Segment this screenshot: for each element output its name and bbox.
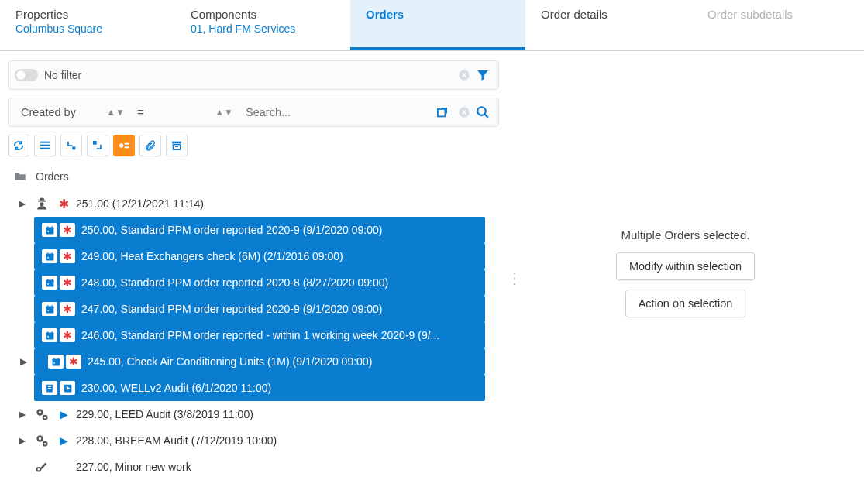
- svg-rect-25: [47, 252, 48, 255]
- order-row[interactable]: ▶✱251.00 (12/21/2021 11:14): [8, 190, 485, 217]
- asterisk-icon: ✱: [60, 249, 75, 263]
- order-row[interactable]: ▶✱245.00, Check Air Conditioning Units (…: [34, 348, 485, 375]
- order-label: 249.00, Heat Exchangers check (6M) (2/1/…: [81, 250, 343, 262]
- svg-point-57: [39, 437, 41, 440]
- order-label: 246.00, Standard PPM order reported - wi…: [81, 329, 439, 341]
- archive-button[interactable]: [166, 135, 188, 156]
- asterisk-icon: ✱: [60, 223, 75, 237]
- svg-rect-20: [47, 226, 48, 228]
- svg-rect-22: [47, 231, 49, 232]
- filter-label: No filter: [44, 69, 455, 81]
- svg-rect-16: [38, 201, 46, 202]
- row-type-icon: [42, 249, 57, 263]
- tab-orders[interactable]: Orders: [350, 0, 525, 50]
- search-field-select[interactable]: Created by ▲▼: [15, 98, 131, 126]
- svg-rect-26: [51, 252, 52, 255]
- svg-rect-35: [47, 305, 48, 307]
- row-type-icon: [34, 433, 51, 448]
- expand-caret-icon[interactable]: ▶: [19, 198, 28, 209]
- toolbar: [8, 135, 499, 156]
- svg-rect-2: [438, 109, 445, 116]
- svg-point-55: [44, 417, 46, 419]
- tree-root[interactable]: Orders: [8, 167, 485, 190]
- svg-rect-31: [51, 279, 52, 281]
- tab-title: Order subdetails: [707, 8, 800, 21]
- list-view-button[interactable]: [34, 135, 56, 156]
- order-row[interactable]: 230.00, WELLv2 Audit (6/1/2020 11:00): [34, 375, 485, 401]
- svg-rect-19: [46, 227, 53, 229]
- svg-rect-7: [40, 148, 50, 149]
- asterisk-icon: ✱: [60, 302, 75, 316]
- svg-rect-24: [46, 253, 53, 255]
- split-handle-icon[interactable]: ⋮: [507, 269, 522, 287]
- row-type-icon: [34, 406, 51, 422]
- sort-icon: ▲▼: [215, 107, 233, 118]
- expand-caret-icon[interactable]: ▶: [19, 435, 28, 446]
- order-row[interactable]: ✱250.00, Standard PPM order reported 202…: [34, 217, 485, 243]
- order-row[interactable]: ✱247.00, Standard PPM order reported 202…: [34, 296, 485, 322]
- svg-rect-21: [51, 226, 52, 228]
- order-row[interactable]: 227.00, Minor new work: [8, 454, 485, 480]
- filter-toggle[interactable]: [15, 69, 38, 81]
- asterisk-icon: ✱: [60, 328, 75, 342]
- tab-order-details[interactable]: Order details: [525, 0, 692, 50]
- expand-caret-icon[interactable]: ▶: [19, 409, 28, 420]
- order-label: 230.00, WELLv2 Audit (6/1/2020 11:00): [81, 382, 271, 394]
- order-row[interactable]: ✱246.00, Standard PPM order reported - w…: [34, 322, 485, 348]
- search-field-label: Created by: [21, 106, 76, 118]
- svg-rect-12: [125, 146, 129, 148]
- order-row[interactable]: ▶▶229.00, LEED Audit (3/8/2019 11:00): [8, 401, 485, 427]
- attachment-button[interactable]: [139, 135, 161, 156]
- sort-icon: ▲▼: [106, 107, 125, 118]
- orders-tree[interactable]: Orders ▶✱251.00 (12/21/2021 11:14)✱250.0…: [8, 167, 499, 500]
- filter-icon[interactable]: [473, 66, 492, 84]
- svg-rect-47: [53, 362, 55, 364]
- tab-properties[interactable]: Properties Columbus Square: [0, 0, 175, 50]
- tree-collapse-button[interactable]: [60, 135, 82, 156]
- asterisk-icon: ✱: [57, 197, 70, 211]
- tree-expand-button[interactable]: [87, 135, 108, 156]
- search-bar: Created by ▲▼ = ▲▼: [8, 98, 499, 127]
- svg-rect-50: [47, 387, 50, 388]
- tab-subtitle: 01, Hard FM Services: [191, 22, 335, 35]
- order-label: 229.00, LEED Audit (3/8/2019 11:00): [76, 408, 253, 420]
- search-operator-select[interactable]: = ▲▼: [131, 98, 239, 126]
- order-label: 245.00, Check Air Conditioning Units (1M…: [88, 355, 372, 368]
- clear-filter-icon[interactable]: [455, 66, 473, 84]
- selection-message: Multiple Orders selected.: [616, 228, 755, 242]
- tab-order-subdetails[interactable]: Order subdetails: [692, 0, 816, 50]
- svg-rect-49: [47, 386, 50, 386]
- order-label: 251.00 (12/21/2021 11:14): [76, 197, 204, 210]
- tab-subtitle: Columbus Square: [15, 22, 160, 35]
- svg-point-59: [44, 443, 46, 445]
- refresh-button[interactable]: [8, 135, 29, 156]
- popout-icon[interactable]: [433, 103, 452, 122]
- row-type-icon: [34, 459, 51, 475]
- order-row[interactable]: ✱248.00, Standard PPM order reported 202…: [34, 269, 485, 296]
- order-label: 227.00, Minor new work: [76, 461, 191, 473]
- highlight-button[interactable]: [113, 135, 135, 156]
- row-type-icon: [42, 302, 57, 316]
- svg-rect-11: [125, 143, 129, 145]
- order-row[interactable]: ✱249.00, Heat Exchangers check (6M) (2/1…: [34, 243, 485, 269]
- svg-rect-29: [46, 279, 53, 282]
- order-label: 248.00, Standard PPM order reported 2020…: [81, 276, 388, 289]
- search-icon[interactable]: [473, 103, 492, 122]
- order-row[interactable]: ▶▶228.00, BREEAM Audit (7/12/2019 10:00): [8, 427, 485, 454]
- row-type-icon: [48, 355, 64, 369]
- row-type-icon: [42, 276, 57, 290]
- svg-rect-30: [47, 279, 48, 281]
- action-selection-button[interactable]: Action on selection: [625, 290, 746, 317]
- svg-point-10: [119, 143, 123, 147]
- svg-rect-44: [52, 358, 60, 361]
- tab-title: Components: [191, 8, 335, 21]
- tab-components[interactable]: Components 01, Hard FM Services: [175, 0, 350, 50]
- svg-point-17: [40, 202, 44, 206]
- play-icon: [60, 381, 75, 395]
- clear-search-icon[interactable]: [455, 103, 473, 122]
- right-panel: ⋮ Multiple Orders selected. Modify withi…: [507, 51, 864, 504]
- modify-selection-button[interactable]: Modify within selection: [616, 252, 755, 280]
- svg-rect-62: [40, 463, 47, 470]
- search-input[interactable]: [239, 98, 433, 126]
- svg-rect-6: [40, 145, 50, 146]
